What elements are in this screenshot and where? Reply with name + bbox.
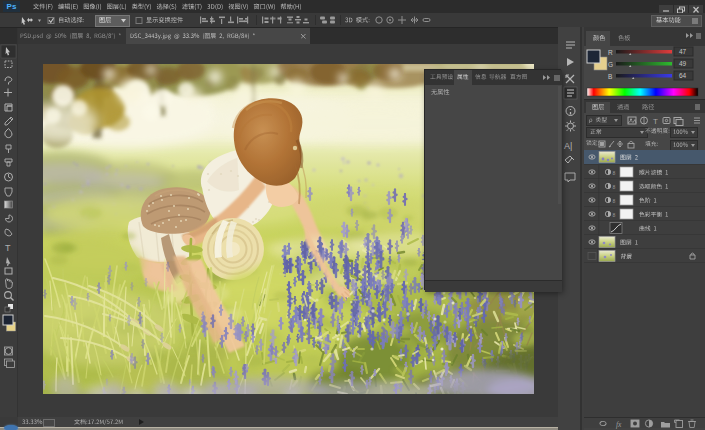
svg-text:A|: A|: [564, 141, 572, 151]
svg-text:B: B: [608, 73, 612, 80]
svg-text:fx: fx: [616, 420, 622, 429]
svg-text:47: 47: [679, 48, 687, 55]
svg-text:49: 49: [679, 60, 687, 67]
svg-text:R: R: [608, 49, 613, 56]
svg-text:G: G: [608, 61, 613, 68]
svg-text:T: T: [5, 243, 11, 253]
svg-text:T: T: [653, 117, 658, 126]
svg-text:64: 64: [679, 72, 687, 79]
